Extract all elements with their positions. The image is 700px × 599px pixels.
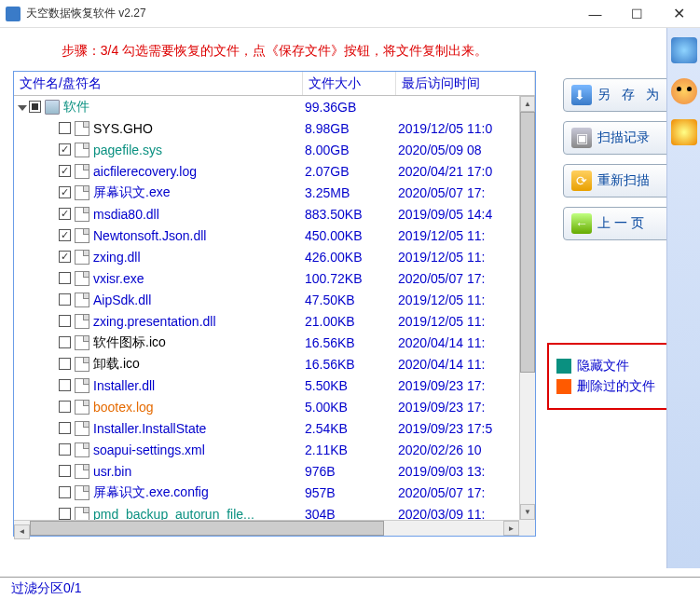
- file-time: 2020/04/21 17:0: [396, 164, 535, 179]
- file-name: Newtonsoft.Json.dll: [93, 228, 206, 243]
- scan-log-button[interactable]: ▣ 扫描记录: [563, 121, 675, 155]
- file-name: 卸载.ico: [93, 356, 140, 373]
- table-row[interactable]: pagefile.sys8.00GB2020/05/09 08: [14, 139, 535, 160]
- checkbox[interactable]: [59, 229, 71, 241]
- checkbox[interactable]: [59, 422, 71, 434]
- rescan-button[interactable]: ⟳ 重新扫描: [563, 164, 675, 197]
- file-icon: [75, 250, 89, 265]
- prev-page-button[interactable]: ← 上 一 页: [563, 207, 675, 240]
- table-row[interactable]: soapui-settings.xml2.11KB2020/02/26 10: [14, 439, 535, 460]
- table-header: 文件名/盘符名 文件大小 最后访问时间: [14, 72, 535, 96]
- checkbox[interactable]: [59, 465, 71, 477]
- file-table: 文件名/盘符名 文件大小 最后访问时间 软件 99.36GB SYS.GHO8.…: [13, 71, 536, 537]
- checkbox[interactable]: [59, 293, 71, 306]
- file-icon: [75, 207, 89, 222]
- table-row[interactable]: Installer.dll5.50KB2019/09/23 17:: [14, 374, 535, 396]
- minimize-button[interactable]: —: [574, 0, 616, 28]
- table-row[interactable]: 屏幕识文.exe.config957B2020/05/07 17:: [14, 482, 535, 503]
- scroll-right-icon[interactable]: ►: [503, 521, 519, 536]
- col-filename[interactable]: 文件名/盘符名: [14, 72, 303, 95]
- file-size: 8.98GB: [303, 121, 396, 136]
- file-time: 2019/12/05 11:: [396, 314, 535, 329]
- table-row[interactable]: AipSdk.dll47.50KB2019/12/05 11:: [14, 289, 535, 310]
- table-row[interactable]: 卸载.ico16.56KB2020/04/14 11:: [14, 353, 535, 374]
- file-time: 2019/09/05 14:4: [396, 207, 535, 222]
- file-name: pagefile.sys: [93, 143, 162, 157]
- table-row[interactable]: bootex.log5.00KB2019/09/23 17:: [14, 396, 535, 417]
- checkbox[interactable]: [59, 401, 71, 413]
- back-arrow-icon: ←: [571, 213, 592, 234]
- vertical-scrollbar[interactable]: ▲ ▼: [519, 96, 535, 520]
- file-icon: [75, 485, 89, 500]
- file-size: 957B: [303, 485, 396, 500]
- scroll-left-icon[interactable]: ◄: [14, 524, 30, 539]
- table-row[interactable]: Newtonsoft.Json.dll450.00KB2019/12/05 11…: [14, 225, 535, 246]
- maximize-button[interactable]: ☐: [616, 0, 658, 28]
- table-row[interactable]: msdia80.dll883.50KB2019/09/05 14:4: [14, 203, 535, 225]
- file-size: 976B: [303, 464, 396, 479]
- checkbox[interactable]: [59, 165, 71, 177]
- horizontal-scrollbar[interactable]: ◄ ►: [14, 520, 519, 536]
- legend-hidden: 隐藏文件: [556, 358, 679, 374]
- table-row[interactable]: zxing.dll426.00KB2019/12/05 11:: [14, 246, 535, 267]
- checkbox[interactable]: [59, 272, 71, 284]
- file-icon: [75, 143, 89, 157]
- scanlog-label: 扫描记录: [597, 129, 650, 146]
- checkbox[interactable]: [59, 122, 71, 134]
- checkbox[interactable]: [59, 358, 71, 370]
- help-icon[interactable]: [671, 119, 697, 145]
- close-button[interactable]: ✕: [658, 0, 700, 28]
- camera-icon: ▣: [571, 128, 592, 148]
- icon-strip: [666, 28, 700, 568]
- swatch-teal-icon: [556, 359, 571, 374]
- checkbox[interactable]: [59, 251, 71, 263]
- qq-icon[interactable]: [671, 78, 697, 104]
- table-body: 软件 99.36GB SYS.GHO8.98GB2019/12/05 11:0p…: [14, 96, 535, 536]
- rescan-label: 重新扫描: [597, 172, 650, 189]
- file-time: 2020/05/07 17:: [396, 485, 535, 500]
- checkbox[interactable]: [59, 186, 71, 198]
- file-size: 2.11KB: [303, 442, 396, 457]
- scroll-up-icon[interactable]: ▲: [520, 96, 535, 112]
- checkbox[interactable]: [59, 443, 71, 456]
- file-size: 100.72KB: [303, 271, 396, 286]
- file-size: 2.07GB: [303, 164, 396, 179]
- table-row[interactable]: vxisr.exe100.72KB2020/05/07 17:: [14, 267, 535, 289]
- table-row[interactable]: usr.bin976B2019/09/03 13:: [14, 460, 535, 482]
- table-row[interactable]: 屏幕识文.exe3.25MB2020/05/07 17:: [14, 182, 535, 203]
- checkbox[interactable]: [59, 379, 71, 391]
- file-size: 16.56KB: [303, 357, 396, 372]
- file-name: aicfilerecovery.log: [93, 164, 197, 179]
- file-size: 16.56KB: [303, 335, 396, 350]
- table-row[interactable]: SYS.GHO8.98GB2019/12/05 11:0: [14, 117, 535, 139]
- table-row[interactable]: Installer.InstallState2.54KB2019/09/23 1…: [14, 417, 535, 439]
- checkbox[interactable]: [59, 508, 71, 520]
- col-size[interactable]: 文件大小: [303, 72, 396, 95]
- app-icon: [6, 7, 21, 21]
- file-time: 2020/02/26 10: [396, 442, 535, 457]
- checkbox[interactable]: [59, 486, 71, 498]
- file-icon: [75, 357, 89, 372]
- scroll-thumb-v[interactable]: [520, 112, 535, 373]
- scroll-down-icon[interactable]: ▼: [520, 504, 535, 520]
- table-row[interactable]: zxing.presentation.dll21.00KB2019/12/05 …: [14, 310, 535, 332]
- checkbox[interactable]: [59, 315, 71, 327]
- globe-icon[interactable]: [671, 37, 697, 63]
- scroll-thumb-h[interactable]: [30, 521, 384, 536]
- file-size: 450.00KB: [303, 228, 396, 243]
- table-row[interactable]: aicfilerecovery.log2.07GB2020/04/21 17:0: [14, 160, 535, 182]
- legend-deleted-label: 删除过的文件: [577, 378, 655, 395]
- root-row[interactable]: 软件 99.36GB: [14, 96, 535, 117]
- save-as-button[interactable]: ⬇ 另 存 为: [563, 78, 675, 112]
- checkbox[interactable]: [59, 208, 71, 220]
- checkbox[interactable]: [29, 101, 41, 113]
- file-name: Installer.dll: [93, 378, 155, 393]
- drive-icon: [45, 100, 60, 115]
- table-row[interactable]: 软件图标.ico16.56KB2020/04/14 11:: [14, 332, 535, 353]
- file-name: msdia80.dll: [93, 207, 159, 222]
- checkbox[interactable]: [59, 143, 71, 156]
- checkbox[interactable]: [59, 336, 71, 348]
- col-time[interactable]: 最后访问时间: [396, 72, 535, 95]
- expand-icon[interactable]: [18, 105, 27, 111]
- file-size: 883.50KB: [303, 207, 396, 222]
